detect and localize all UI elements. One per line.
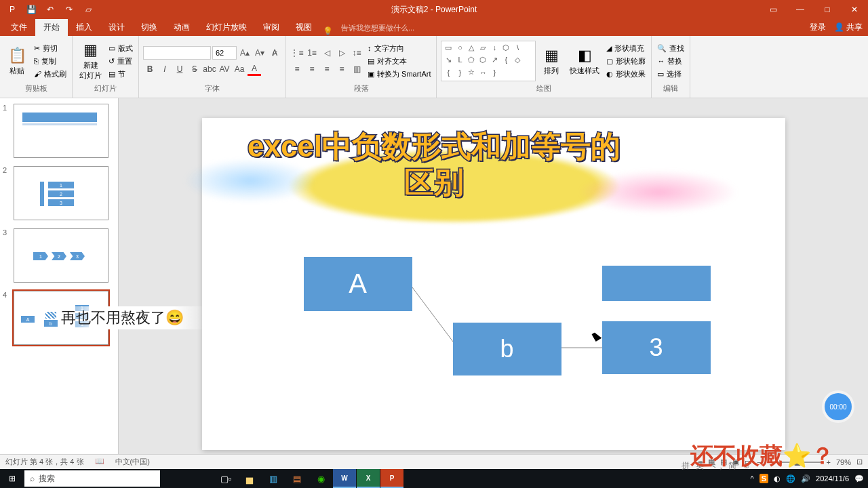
group-paragraph: ⋮≡ 1≡ ◁ ▷ ↕≡ ≡ ≡ ≡ ≡ ▥ ↕ 文字方向 ▤ 对齐文本 ▣ 转… xyxy=(286,36,437,98)
columns-button[interactable]: ▥ xyxy=(350,62,363,76)
numbering-button[interactable]: 1≡ xyxy=(305,46,319,60)
tab-view[interactable]: 视图 xyxy=(288,19,320,36)
text-direction-button[interactable]: ↕ 文字方向 xyxy=(366,43,432,54)
title-bar: P 💾 ↶ ↷ ▱ 演示文稿2 - PowerPoint ▭ — □ ✕ xyxy=(0,0,868,19)
zoom-level[interactable]: 79% xyxy=(836,458,851,466)
format-painter-button[interactable]: 🖌 格式刷 xyxy=(33,68,68,80)
font-size-input[interactable] xyxy=(212,46,237,60)
find-button[interactable]: 🔍 查找 xyxy=(656,43,686,54)
ppt-app-icon[interactable]: P xyxy=(5,3,19,16)
strikethrough-button[interactable]: S̶ xyxy=(188,62,201,76)
tab-insert[interactable]: 插入 xyxy=(68,19,100,36)
system-tray: ^ S ◐ 🌐 🔊 2024/11/6 💬 xyxy=(751,474,864,483)
overlay-title: excel中负数形式和加等号的 区别 xyxy=(248,129,620,201)
volume-icon[interactable]: 🔊 xyxy=(801,474,810,483)
thumbnail-1[interactable]: 1 xyxy=(3,104,115,158)
smartart-button[interactable]: ▣ 转换为 SmartArt xyxy=(366,68,432,80)
maximize-icon[interactable]: □ xyxy=(814,0,841,19)
align-left-button[interactable]: ≡ xyxy=(290,62,304,76)
sogou-ime-icon[interactable]: S xyxy=(760,474,768,483)
app-icon-2[interactable]: ▤ xyxy=(285,469,309,488)
ribbon-options-icon[interactable]: ▭ xyxy=(760,0,787,19)
notification-icon[interactable]: 💬 xyxy=(854,474,864,483)
layout-button[interactable]: ▭ 版式 xyxy=(107,43,134,54)
replace-button[interactable]: ↔ 替换 xyxy=(656,56,686,67)
arrange-button[interactable]: ▦排列 xyxy=(538,45,564,77)
wechat-icon[interactable]: ◉ xyxy=(309,469,332,488)
powerpoint-icon[interactable]: P xyxy=(380,469,403,488)
slide-counter: 幻灯片 第 4 张，共 4 张 xyxy=(5,457,84,467)
svg-line-0 xyxy=(412,287,453,342)
fit-window-icon[interactable]: ⊡ xyxy=(856,458,863,466)
app-icon-1[interactable]: ▥ xyxy=(262,469,285,488)
thumbnail-3[interactable]: 3 1 2 3 xyxy=(3,228,115,283)
increase-indent-button[interactable]: ▷ xyxy=(335,46,349,60)
select-button[interactable]: ▭ 选择 xyxy=(656,68,686,80)
cut-button[interactable]: ✂ 剪切 xyxy=(33,43,68,54)
tray-expand-icon[interactable]: ^ xyxy=(751,474,754,483)
new-slide-icon: ▦ xyxy=(83,41,98,59)
copy-button[interactable]: ⎘ 复制 xyxy=(33,56,68,67)
tab-home[interactable]: 开始 xyxy=(35,19,68,36)
tab-review[interactable]: 审阅 xyxy=(255,19,288,36)
login-button[interactable]: 登录 xyxy=(810,22,826,33)
shapes-gallery[interactable]: ▭○△▱↓⬡\ ↘L⬠⬡↗{ ◇{}☆↔} xyxy=(441,41,536,81)
decrease-font-icon[interactable]: A▾ xyxy=(253,46,267,60)
shape-fill-button[interactable]: ◢ 形状填充 xyxy=(605,43,647,54)
thumbnail-2[interactable]: 2 1 2 3 xyxy=(3,166,115,220)
font-color-button[interactable]: A xyxy=(248,62,261,76)
paste-button[interactable]: 📋粘贴 xyxy=(4,45,30,77)
italic-button[interactable]: I xyxy=(158,62,172,76)
tab-design[interactable]: 设计 xyxy=(100,19,133,36)
task-view-icon[interactable]: ▢▫ xyxy=(214,469,237,488)
font-name-input[interactable] xyxy=(143,46,211,60)
bullets-button[interactable]: ⋮≡ xyxy=(290,46,304,60)
clear-format-icon[interactable]: A̷ xyxy=(268,46,281,60)
start-button[interactable]: ⊞ xyxy=(0,469,24,488)
tell-me-input[interactable]: 告诉我您想要做什么... xyxy=(338,20,417,36)
start-from-beginning-icon[interactable]: ▱ xyxy=(81,3,95,16)
spacing-button[interactable]: AV xyxy=(218,62,231,76)
quick-styles-button[interactable]: ◧快速样式 xyxy=(567,45,602,77)
minimize-icon[interactable]: — xyxy=(787,0,814,19)
network-icon[interactable]: 🌐 xyxy=(786,474,795,483)
excel-icon[interactable]: X xyxy=(357,469,380,488)
decrease-indent-button[interactable]: ◁ xyxy=(320,46,334,60)
underline-button[interactable]: U xyxy=(173,62,186,76)
increase-font-icon[interactable]: A▴ xyxy=(238,46,252,60)
taskbar-search[interactable]: ⌕ 搜索 xyxy=(24,470,160,487)
language-indicator[interactable]: 中文(中国) xyxy=(115,457,150,467)
align-right-button[interactable]: ≡ xyxy=(320,62,334,76)
align-text-button[interactable]: ▤ 对齐文本 xyxy=(366,56,432,67)
undo-icon[interactable]: ↶ xyxy=(43,3,57,16)
shape-effects-button[interactable]: ◐ 形状效果 xyxy=(605,68,647,80)
slide-thumbnails-panel[interactable]: 1 2 1 2 3 3 1 2 3 4 xyxy=(0,98,119,469)
close-icon[interactable]: ✕ xyxy=(841,0,868,19)
tab-transitions[interactable]: 切换 xyxy=(133,19,165,36)
shape-A[interactable]: A xyxy=(304,257,412,311)
shape-2[interactable] xyxy=(602,266,711,301)
new-slide-button[interactable]: ▦新建 幻灯片 xyxy=(77,40,104,82)
redo-icon[interactable]: ↷ xyxy=(62,3,76,16)
shape-outline-button[interactable]: ▢ 形状轮廓 xyxy=(605,56,647,67)
reset-button[interactable]: ↺ 重置 xyxy=(107,56,134,67)
shape-3[interactable]: 3 xyxy=(602,321,711,374)
word-icon[interactable]: W xyxy=(333,469,356,488)
tray-icon-1[interactable]: ◐ xyxy=(774,474,781,483)
shape-b[interactable]: b xyxy=(453,323,561,375)
share-button[interactable]: 👤 共享 xyxy=(834,22,863,33)
line-spacing-button[interactable]: ↕≡ xyxy=(350,46,363,60)
tab-slideshow[interactable]: 幻灯片放映 xyxy=(198,19,255,36)
taskbar-date[interactable]: 2024/11/6 xyxy=(816,474,849,483)
align-center-button[interactable]: ≡ xyxy=(305,62,319,76)
justify-button[interactable]: ≡ xyxy=(335,62,349,76)
tab-animations[interactable]: 动画 xyxy=(165,19,198,36)
explorer-icon[interactable]: ▅ xyxy=(238,469,261,488)
bold-button[interactable]: B xyxy=(143,62,157,76)
section-button[interactable]: ▤ 节 xyxy=(107,68,134,80)
tab-file[interactable]: 文件 xyxy=(3,19,35,36)
spell-check-icon[interactable]: 📖 xyxy=(95,457,104,467)
change-case-button[interactable]: Aa xyxy=(233,62,246,76)
save-icon[interactable]: 💾 xyxy=(24,3,38,16)
shadow-button[interactable]: abc xyxy=(203,62,216,76)
